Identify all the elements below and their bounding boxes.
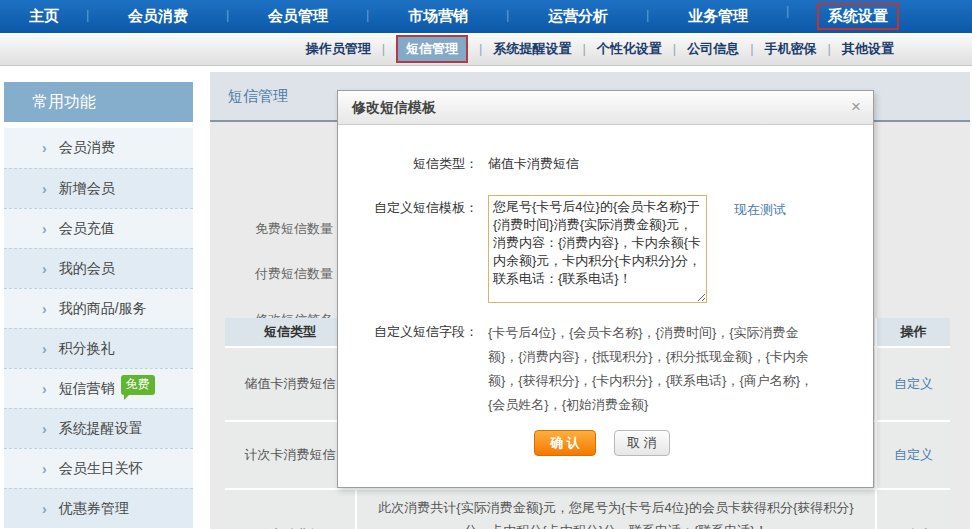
sidebar-item-label: 我的商品/服务 [59,300,147,318]
nav-system-settings-highlight[interactable]: 系统设置 [817,3,899,30]
edit-sms-template-dialog: 修改短信模板 × 短信类型： 储值卡消费短信 自定义短信模板： 您尾号{卡号后4… [337,90,874,488]
sidebar-item-my-products[interactable]: ›我的商品/服务 [4,288,193,328]
chevron-right-icon: › [42,221,47,237]
chevron-right-icon: › [42,261,47,277]
customize-link[interactable]: 自定义 [894,375,933,393]
app-window: 主页 会员消费 会员管理 市场营销 运营分析 业务管理 系统设置 操作员管理 短… [0,0,972,529]
table-row-content: 此次消费共计{实际消费金额}元，您尾号为{卡号后4位}的会员卡获得积分{获得积分… [357,490,875,529]
sidebar-item-system-remind[interactable]: ›系统提醒设置 [4,408,193,448]
chevron-right-icon: › [42,381,47,397]
sidebar-item-birthday-care[interactable]: ›会员生日关怀 [4,448,193,488]
sidebar-item-label: 新增会员 [59,180,115,198]
nav-business[interactable]: 业务管理 [648,7,788,26]
custom-fields-label: 自定义短信字段： [338,323,478,341]
nav-system-settings[interactable]: 系统设置 [788,3,928,30]
sidebar-item-label: 优惠券管理 [59,500,129,518]
sidebar-title: 常用功能 [4,82,193,122]
table-header-type: 短信类型 [225,318,355,346]
sidebar-item-member-consume[interactable]: ›会员消费 [4,128,193,168]
sidebar-item-points-gift[interactable]: ›积分换礼 [4,328,193,368]
label-free-sms-count: 免费短信数量 [255,220,333,238]
chevron-right-icon: › [42,341,47,357]
nav-home[interactable]: 主页 [0,7,88,26]
sidebar-item-coupon-manage[interactable]: ›优惠券管理 [4,488,193,528]
sidebar-item-member-recharge[interactable]: ›会员充值 [4,208,193,248]
chevron-right-icon: › [42,421,47,437]
page-title: 短信管理 [228,87,288,106]
sms-type-value: 储值卡消费短信 [488,155,579,173]
label-paid-sms-count: 付费短信数量 [255,265,333,283]
subnav-company-info[interactable]: 公司信息 [687,40,764,58]
table-header-action: 操作 [877,318,950,346]
chevron-right-icon: › [42,461,47,477]
chevron-right-icon: › [42,501,47,517]
chevron-right-icon: › [42,181,47,197]
table-row-type: 积分卡消费短信 [225,490,355,529]
table-row-action: 自定义 [877,490,950,529]
custom-fields-value: {卡号后4位}，{会员卡名称}，{消费时间}，{实际消费金额}，{消费内容}，{… [488,321,820,417]
sidebar-item-label: 会员充值 [59,220,115,238]
sms-type-label: 短信类型： [338,155,478,173]
sidebar-item-label: 短信营销 [59,380,115,398]
sidebar-item-sms-marketing[interactable]: ›短信营销免费 [4,368,193,408]
nav-member-consume[interactable]: 会员消费 [88,7,228,26]
cancel-button[interactable]: 取 消 [614,430,670,456]
custom-template-textarea[interactable]: 您尾号{卡号后4位}的{会员卡名称}于{消费时间}消费{实际消费金额}元，消费内… [488,195,707,303]
dialog-header: 修改短信模板 × [338,91,873,125]
subnav-operator-manage[interactable]: 操作员管理 [306,40,396,58]
subnav-sms-manage-highlight[interactable]: 短信管理 [396,35,468,63]
table-row-type: 计次卡消费短信 [225,422,355,488]
free-badge: 免费 [121,375,155,395]
custom-template-label: 自定义短信模板： [338,199,478,217]
nav-marketing[interactable]: 市场营销 [368,7,508,26]
sidebar-item-label: 会员生日关怀 [59,460,143,478]
sidebar-menu: ›会员消费 ›新增会员 ›会员充值 ›我的会员 ›我的商品/服务 ›积分换礼 ›… [4,128,193,528]
sidebar-item-label: 系统提醒设置 [59,420,143,438]
sidebar-item-add-member[interactable]: ›新增会员 [4,168,193,208]
confirm-button[interactable]: 确 认 [534,430,596,456]
chevron-right-icon: › [42,140,47,156]
table-row-action: 自定义 [877,348,950,420]
sidebar-item-label: 我的会员 [59,260,115,278]
sidebar-item-label: 会员消费 [59,139,115,157]
nav-member-manage[interactable]: 会员管理 [228,7,368,26]
top-navigation: 主页 会员消费 会员管理 市场营销 运营分析 业务管理 系统设置 [0,0,972,33]
table-row-action: 自定义 [877,422,950,488]
subnav-system-remind[interactable]: 系统提醒设置 [493,40,596,58]
subnav-phone-security[interactable]: 手机密保 [765,40,842,58]
test-now-link[interactable]: 现在测试 [734,201,786,219]
sidebar-item-my-members[interactable]: ›我的会员 [4,248,193,288]
customize-link[interactable]: 自定义 [894,446,933,464]
dialog-title: 修改短信模板 [352,99,436,117]
table-row-type: 储值卡消费短信 [225,348,355,420]
sidebar-item-label: 积分换礼 [59,340,115,358]
subnav-sms-manage[interactable]: 短信管理 [396,35,493,63]
chevron-right-icon: › [42,301,47,317]
subnav-other-settings[interactable]: 其他设置 [842,40,894,58]
subnav-personalize[interactable]: 个性化设置 [597,40,687,58]
nav-analysis[interactable]: 运营分析 [508,7,648,26]
close-icon[interactable]: × [851,98,861,115]
sub-navigation: 操作员管理 短信管理 系统提醒设置 个性化设置 公司信息 手机密保 其他设置 [0,33,972,66]
sidebar: 常用功能 ›会员消费 ›新增会员 ›会员充值 ›我的会员 ›我的商品/服务 ›积… [4,82,193,528]
